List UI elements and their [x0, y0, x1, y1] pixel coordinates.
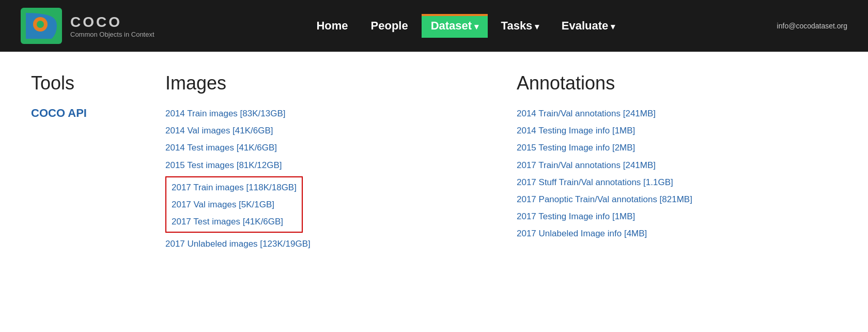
list-item: 2014 Train images [83K/13GB] — [165, 107, 486, 120]
coco-api-link[interactable]: COCO API — [31, 107, 87, 119]
coco-logo — [21, 8, 62, 44]
annotation-link-7[interactable]: 2017 Unlabeled Image info [4MB] — [517, 229, 647, 238]
list-item: 2017 Stuff Train/Val annotations [1.1GB] — [517, 175, 837, 189]
list-item: 2014 Test images [41K/6GB] — [165, 141, 486, 155]
list-item: 2015 Test images [81K/12GB] — [165, 158, 486, 172]
main-nav: Home People Dataset Tasks Evaluate — [307, 14, 624, 38]
annotation-link-5[interactable]: 2017 Panoptic Train/Val annotations [821… — [517, 194, 692, 204]
list-item: 2017 Train images [118K/18GB] — [172, 180, 297, 194]
header-email: info@cocodataset.org — [777, 22, 847, 30]
nav-tasks[interactable]: Tasks — [492, 14, 548, 38]
nav-dataset[interactable]: Dataset — [422, 14, 488, 38]
annotation-link-6[interactable]: 2017 Testing Image info [1MB] — [517, 212, 635, 221]
annotation-link-1[interactable]: 2014 Testing Image info [1MB] — [517, 126, 635, 135]
nav-home[interactable]: Home — [307, 14, 357, 38]
annotations-title: Annotations — [517, 72, 837, 94]
nav-people[interactable]: People — [362, 14, 417, 38]
image-link-6[interactable]: 2017 Test images [41K/6GB] — [172, 217, 283, 227]
annotations-section: Annotations 2014 Train/Val annotations [… — [517, 72, 837, 251]
tools-section: Tools COCO API — [31, 72, 134, 251]
list-item: 2017 Test images [41K/6GB] — [172, 215, 297, 229]
tools-title: Tools — [31, 72, 134, 94]
list-item: 2015 Testing Image info [2MB] — [517, 141, 837, 155]
list-item: 2014 Train/Val annotations [241MB] — [517, 107, 837, 120]
annotation-link-2[interactable]: 2015 Testing Image info [2MB] — [517, 143, 635, 153]
header-left: COCO Common Objects in Context — [21, 8, 154, 44]
list-item: 2017 Panoptic Train/Val annotations [821… — [517, 192, 837, 206]
image-link-7[interactable]: 2017 Unlabeled images [123K/19GB] — [165, 239, 311, 249]
header: COCO Common Objects in Context Home Peop… — [0, 0, 868, 52]
image-link-4[interactable]: 2017 Train images [118K/18GB] — [172, 183, 297, 192]
list-item: 2017 Testing Image info [1MB] — [517, 209, 837, 223]
list-item: 2017 Unlabeled images [123K/19GB] — [165, 237, 486, 251]
images-link-list: 2014 Train images [83K/13GB] 2014 Val im… — [165, 107, 486, 251]
logo-text: COCO Common Objects in Context — [70, 14, 154, 38]
annotations-link-list: 2014 Train/Val annotations [241MB] 2014 … — [517, 107, 837, 241]
highlighted-group: 2017 Train images [118K/18GB] 2017 Val i… — [165, 175, 486, 234]
image-link-5[interactable]: 2017 Val images [5K/1GB] — [172, 200, 274, 209]
image-link-2[interactable]: 2014 Test images [41K/6GB] — [165, 143, 277, 153]
images-section: Images 2014 Train images [83K/13GB] 2014… — [165, 72, 486, 251]
svg-point-2 — [37, 21, 44, 28]
annotation-link-4[interactable]: 2017 Stuff Train/Val annotations [1.1GB] — [517, 177, 673, 187]
annotation-link-3[interactable]: 2017 Train/Val annotations [241MB] — [517, 160, 656, 170]
list-item: 2014 Val images [41K/6GB] — [165, 124, 486, 138]
list-item: 2017 Train/Val annotations [241MB] — [517, 158, 837, 172]
main-content: Tools COCO API Images 2014 Train images … — [0, 52, 868, 272]
nav-evaluate[interactable]: Evaluate — [552, 14, 624, 38]
list-item: 2017 Unlabeled Image info [4MB] — [517, 227, 837, 240]
logo-subtitle: Common Objects in Context — [70, 31, 154, 38]
image-link-1[interactable]: 2014 Val images [41K/6GB] — [165, 126, 273, 135]
annotation-link-0[interactable]: 2014 Train/Val annotations [241MB] — [517, 109, 656, 118]
image-link-3[interactable]: 2015 Test images [81K/12GB] — [165, 160, 282, 170]
logo-title: COCO — [70, 14, 154, 31]
image-link-0[interactable]: 2014 Train images [83K/13GB] — [165, 109, 285, 118]
list-item: 2014 Testing Image info [1MB] — [517, 124, 837, 138]
list-item: 2017 Val images [5K/1GB] — [172, 198, 297, 212]
images-title: Images — [165, 72, 486, 94]
svg-point-3 — [48, 32, 54, 38]
